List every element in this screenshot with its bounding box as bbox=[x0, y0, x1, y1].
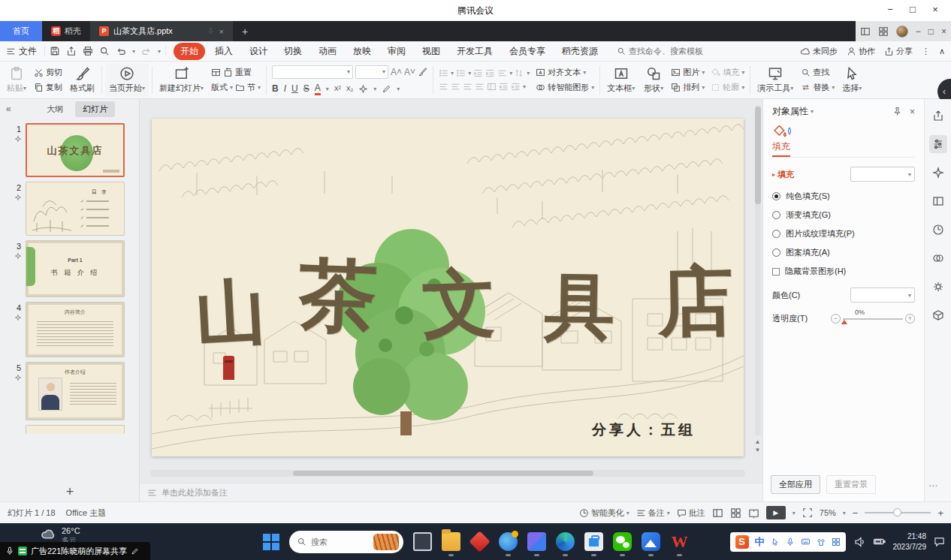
normal-view-icon[interactable] bbox=[712, 507, 723, 519]
horizontal-scrollbar[interactable] bbox=[150, 470, 745, 477]
taskbar-search-input[interactable] bbox=[311, 537, 364, 546]
next-slide-icon[interactable]: ▼ bbox=[755, 447, 761, 453]
to-smartart-button[interactable]: 转智能图形▾ bbox=[533, 81, 596, 94]
text-effects-icon[interactable] bbox=[358, 84, 368, 94]
fill-section-header[interactable]: ▸ 填充 ▾ bbox=[772, 167, 915, 182]
user-avatar[interactable] bbox=[896, 26, 908, 38]
add-slide-button[interactable]: + bbox=[0, 483, 140, 500]
app-icon-diamond[interactable] bbox=[469, 531, 490, 552]
slide-thumbnail-4[interactable]: 内容简介 bbox=[26, 302, 125, 357]
menu-item-view[interactable]: 视图 bbox=[415, 43, 447, 60]
tab-docer[interactable]: 稻 稻壳 bbox=[42, 21, 90, 41]
tab-document[interactable]: P 山茶文具店.pptx × bbox=[90, 21, 233, 41]
minimize-icon[interactable]: − bbox=[879, 0, 901, 21]
distribute-icon[interactable] bbox=[487, 82, 497, 92]
undo-caret-icon[interactable]: ▾ bbox=[132, 48, 135, 55]
print-icon[interactable] bbox=[83, 46, 93, 56]
vertical-scrollbar[interactable] bbox=[755, 105, 761, 435]
task-view-button[interactable] bbox=[413, 532, 432, 551]
sync-status[interactable]: 未同步 bbox=[800, 46, 838, 57]
font-size-combo[interactable]: ▾ bbox=[355, 65, 388, 79]
presenter-text[interactable]: 分享人：五组 bbox=[592, 420, 696, 440]
properties-caret-icon[interactable]: ▾ bbox=[811, 108, 814, 115]
ime-cursor-icon[interactable] bbox=[771, 537, 780, 546]
apply-all-button[interactable]: 全部应用 bbox=[771, 475, 820, 494]
search-highlight-image[interactable] bbox=[373, 534, 399, 550]
option-gradient-fill[interactable]: 渐变填充(G) bbox=[772, 209, 915, 221]
file-menu-button[interactable]: 文件 bbox=[6, 45, 37, 58]
fill-button[interactable]: 填充▾ bbox=[708, 66, 747, 79]
increase-transparency-icon[interactable]: + bbox=[905, 314, 915, 324]
play-from-current-button[interactable]: 当页开始▾ bbox=[105, 63, 149, 97]
save-icon[interactable] bbox=[50, 46, 60, 56]
collaborate-button[interactable]: 协作 bbox=[847, 46, 875, 57]
numbered-list-icon[interactable] bbox=[456, 68, 466, 78]
textbox-button[interactable]: 文本框▾ bbox=[603, 63, 639, 97]
settings-icon[interactable] bbox=[929, 278, 947, 296]
menu-item-review[interactable]: 审阅 bbox=[381, 43, 412, 60]
sogou-input-bar[interactable]: S 中 bbox=[730, 532, 846, 552]
preview-icon[interactable] bbox=[99, 46, 110, 56]
menubar-collapse-caret-icon[interactable]: ▾ bbox=[158, 48, 161, 55]
volume-icon[interactable] bbox=[853, 536, 865, 548]
zoom-in-icon[interactable]: + bbox=[937, 507, 943, 519]
outline-button[interactable]: 轮廓▾ bbox=[708, 81, 747, 94]
menu-item-design[interactable]: 设计 bbox=[243, 43, 274, 60]
mic-icon[interactable] bbox=[5, 546, 14, 555]
theme-name[interactable]: Office 主题 bbox=[66, 507, 107, 519]
shapes-button[interactable]: 形状▾ bbox=[640, 63, 667, 97]
zoom-slider[interactable] bbox=[865, 512, 931, 513]
option-pattern-fill[interactable]: 图案填充(A) bbox=[772, 247, 915, 258]
strike-button[interactable]: S bbox=[303, 83, 309, 94]
voice-input-icon[interactable] bbox=[786, 537, 795, 546]
notes-button[interactable]: 备注▾ bbox=[636, 507, 670, 519]
merge-shapes-icon[interactable] bbox=[929, 249, 947, 267]
ai-assistant-icon[interactable] bbox=[929, 107, 947, 125]
option-solid-fill[interactable]: 纯色填充(S) bbox=[772, 191, 915, 202]
paragraph-spacing-icon[interactable] bbox=[511, 82, 521, 92]
align-center-icon[interactable] bbox=[451, 82, 460, 92]
menu-item-devtools[interactable]: 开发工具 bbox=[450, 43, 500, 60]
transparency-slider[interactable]: − 0% + bbox=[831, 314, 915, 324]
horizontal-scroll-thumb[interactable] bbox=[293, 471, 593, 476]
color-dropdown[interactable]: ▾ bbox=[850, 288, 915, 303]
decrease-font-icon[interactable]: A˅ bbox=[404, 67, 415, 77]
wps-minimize-icon[interactable]: − bbox=[916, 26, 921, 37]
menu-item-docer-res[interactable]: 稻壳资源 bbox=[555, 43, 605, 60]
split-window-icon[interactable] bbox=[860, 26, 871, 37]
close-panel-icon[interactable]: × bbox=[910, 107, 915, 117]
cut-button[interactable]: 剪切 bbox=[32, 66, 65, 79]
transparency-track[interactable]: 0% bbox=[843, 318, 903, 320]
menu-item-slideshow[interactable]: 放映 bbox=[346, 43, 378, 60]
slide-thumbnail-6[interactable] bbox=[26, 425, 125, 434]
slide-thumbnail-3[interactable]: Part 1 书 籍 介 绍 bbox=[26, 240, 125, 297]
animation-pane-icon[interactable] bbox=[929, 192, 947, 210]
file-explorer-icon[interactable] bbox=[442, 532, 460, 551]
slide-sorter-icon[interactable] bbox=[730, 507, 741, 519]
subscript-button[interactable]: X₂ bbox=[346, 85, 354, 92]
underline-button[interactable]: U bbox=[291, 83, 298, 94]
share-button[interactable]: 分享 bbox=[884, 46, 913, 57]
paste-button[interactable]: 粘贴▾ bbox=[3, 63, 30, 97]
slide-thumbnail-1[interactable]: 山茶文具店 bbox=[26, 123, 125, 177]
font-color-button[interactable]: A bbox=[315, 83, 321, 95]
comments-button[interactable]: 批注 bbox=[677, 507, 705, 519]
copy-button[interactable]: 复制 bbox=[32, 81, 65, 94]
clear-format-icon[interactable] bbox=[418, 67, 427, 77]
layout-section-buttons[interactable]: 版式▾节▾ bbox=[209, 81, 263, 94]
battery-icon[interactable] bbox=[873, 535, 886, 548]
bold-button[interactable]: B bbox=[272, 83, 279, 94]
slideshow-play-button[interactable]: ▶ bbox=[766, 506, 786, 519]
strip-more-icon[interactable]: ⋯ bbox=[928, 480, 937, 491]
transition-icon[interactable] bbox=[929, 221, 947, 239]
zoom-out-icon[interactable]: − bbox=[853, 507, 859, 519]
slide-thumbnail-2[interactable]: 目 录 ✓ ✓ ✓ ✓ bbox=[26, 182, 125, 236]
export-icon[interactable] bbox=[66, 46, 77, 56]
object-properties-icon[interactable] bbox=[929, 135, 947, 153]
wps-office-icon[interactable]: W bbox=[670, 532, 689, 551]
find-button[interactable]: 查找 bbox=[799, 66, 837, 79]
new-slide-button[interactable]: 新建幻灯片▾ bbox=[155, 63, 207, 97]
increase-indent-icon[interactable] bbox=[485, 68, 495, 78]
zoom-level[interactable]: 75% bbox=[820, 508, 836, 517]
screen-share-banner[interactable]: 广告221陈晓萌的屏幕共享 bbox=[0, 542, 150, 560]
